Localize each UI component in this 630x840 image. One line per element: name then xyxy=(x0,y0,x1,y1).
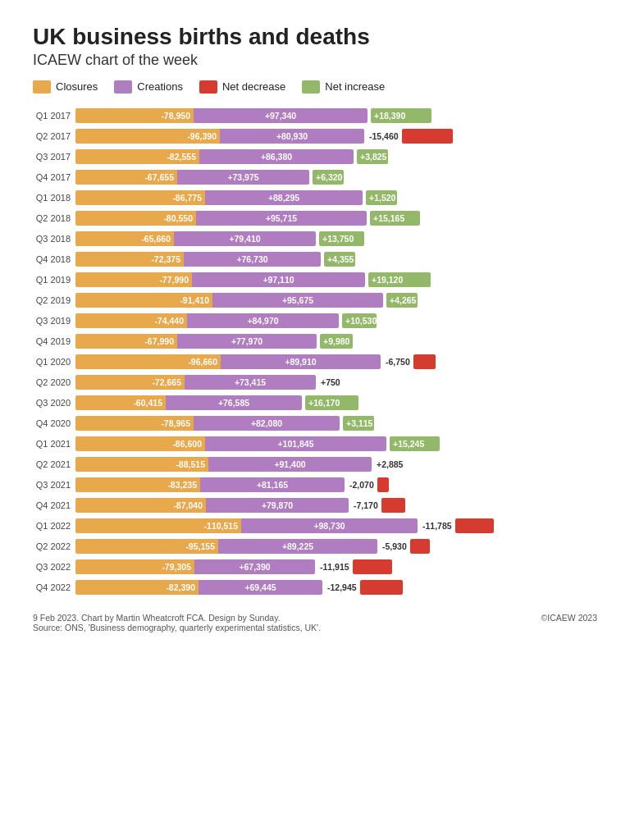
creation-bar: +79,410 xyxy=(174,231,316,246)
closure-bar: -72,665 xyxy=(75,375,185,390)
net-decrease-bar xyxy=(413,354,436,369)
bars-wrapper: -72,665+73,415+750 xyxy=(75,374,597,390)
row-label: Q1 2017 xyxy=(33,111,75,121)
net-decrease-value: -11,785 xyxy=(422,521,452,531)
net-decrease-value: -11,915 xyxy=(320,562,349,572)
closure-bar: -110,515 xyxy=(75,518,241,533)
creation-bar: +89,910 xyxy=(221,354,381,369)
legend-net-decrease: Net decrease xyxy=(199,80,285,94)
net-increase-bar: +15,245 xyxy=(390,436,440,451)
closure-bar: -87,040 xyxy=(75,498,206,513)
legend-net-increase: Net increase xyxy=(302,80,385,94)
net-increase-bar: +1,520 xyxy=(366,190,397,205)
row-label: Q2 2019 xyxy=(33,295,75,305)
table-row: Q1 2022-110,515+98,730-11,785 xyxy=(33,517,597,535)
table-row: Q4 2018-72,375+76,730+4,355 xyxy=(33,250,597,268)
net-decrease-bar xyxy=(402,129,453,144)
creation-bar: +97,340 xyxy=(194,108,368,123)
bars-wrapper: -110,515+98,730-11,785 xyxy=(75,518,597,534)
creation-bar: +76,585 xyxy=(166,395,302,410)
row-label: Q2 2022 xyxy=(33,541,75,551)
bars-wrapper: -79,305+67,390-11,915 xyxy=(75,559,597,575)
row-label: Q1 2022 xyxy=(33,521,75,531)
net-decrease-value: -6,750 xyxy=(386,357,410,367)
net-increase-bar: +10,530 xyxy=(342,313,377,328)
table-row: Q4 2022-82,390+69,445-12,945 xyxy=(33,578,597,596)
closure-bar: -86,600 xyxy=(75,436,205,451)
closure-bar: -82,390 xyxy=(75,580,199,595)
bars-wrapper: -86,600+101,845+15,245 xyxy=(75,436,597,452)
creation-bar: +101,845 xyxy=(205,436,386,451)
bars-wrapper: -80,550+95,715+15,165 xyxy=(75,210,597,226)
bars-wrapper: -87,040+79,870-7,170 xyxy=(75,497,597,514)
creation-bar: +73,415 xyxy=(185,375,316,390)
net-plain-value: +750 xyxy=(321,377,340,387)
closure-bar: -77,990 xyxy=(75,272,192,287)
row-label: Q3 2019 xyxy=(33,316,75,326)
row-label: Q4 2017 xyxy=(33,172,75,182)
row-label: Q4 2022 xyxy=(33,582,75,592)
creation-bar: +81,165 xyxy=(200,477,345,492)
bars-wrapper: -88,515+91,400+2,885 xyxy=(75,456,597,472)
net-decrease-bar xyxy=(410,539,430,554)
bars-wrapper: -95,155+89,225-5,930 xyxy=(75,538,597,555)
net-decrease-bar xyxy=(360,580,403,595)
table-row: Q3 2018-65,660+79,410+13,750 xyxy=(33,230,597,248)
bars-wrapper: -96,390+80,930-15,460 xyxy=(75,128,597,144)
row-label: Q2 2017 xyxy=(33,131,75,141)
bars-wrapper: -77,990+97,110+19,120 xyxy=(75,272,597,288)
table-row: Q2 2022-95,155+89,225-5,930 xyxy=(33,537,597,555)
net-increase-bar: +9,980 xyxy=(320,334,353,349)
closure-bar: -96,390 xyxy=(75,129,220,144)
closure-bar: -78,950 xyxy=(75,108,194,123)
net-decrease-bar xyxy=(381,498,405,513)
bars-wrapper: -83,235+81,165-2,070 xyxy=(75,477,597,493)
bars-wrapper: -78,965+82,080+3,115 xyxy=(75,415,597,431)
table-row: Q4 2020-78,965+82,080+3,115 xyxy=(33,414,597,432)
creation-bar: +82,080 xyxy=(194,416,340,431)
net-decrease-color-box xyxy=(199,80,217,94)
row-label: Q1 2020 xyxy=(33,357,75,367)
table-row: Q1 2018-86,775+88,295+1,520 xyxy=(33,189,597,207)
table-row: Q2 2020-72,665+73,415+750 xyxy=(33,373,597,391)
row-label: Q4 2020 xyxy=(33,418,75,428)
net-decrease-bar xyxy=(455,518,494,533)
creation-bar: +77,970 xyxy=(177,334,317,349)
creation-bar: +86,380 xyxy=(199,149,354,164)
legend-closures: Closures xyxy=(33,80,98,94)
closure-bar: -95,155 xyxy=(75,539,218,554)
table-row: Q3 2022-79,305+67,390-11,915 xyxy=(33,558,597,576)
table-row: Q3 2021-83,235+81,165-2,070 xyxy=(33,476,597,494)
creation-bar: +76,730 xyxy=(184,252,321,267)
closure-bar: -80,550 xyxy=(75,211,196,226)
row-label: Q2 2021 xyxy=(33,459,75,469)
closure-bar: -67,990 xyxy=(75,334,177,349)
row-label: Q3 2022 xyxy=(33,562,75,572)
table-row: Q2 2018-80,550+95,715+15,165 xyxy=(33,209,597,227)
bars-wrapper: -65,660+79,410+13,750 xyxy=(75,231,597,247)
net-increase-bar: +16,170 xyxy=(305,395,358,410)
net-increase-bar: +4,265 xyxy=(386,293,418,308)
table-row: Q3 2017-82,555+86,380+3,825 xyxy=(33,148,597,166)
closure-bar: -78,965 xyxy=(75,416,194,431)
net-decrease-label: Net decrease xyxy=(222,80,285,93)
creation-bar: +95,675 xyxy=(212,293,383,308)
net-increase-bar: +6,320 xyxy=(313,170,344,185)
bars-wrapper: -78,950+97,340+18,390 xyxy=(75,107,597,124)
creation-bar: +73,975 xyxy=(177,170,309,185)
table-row: Q4 2017-67,655+73,975+6,320 xyxy=(33,168,597,186)
row-label: Q4 2019 xyxy=(33,336,75,346)
legend-creations: Creations xyxy=(114,80,183,94)
net-increase-bar: +13,750 xyxy=(319,231,364,246)
net-decrease-value: -7,170 xyxy=(354,500,378,510)
bars-wrapper: -82,555+86,380+3,825 xyxy=(75,148,597,165)
bars-wrapper: -96,660+89,910-6,750 xyxy=(75,354,597,370)
net-decrease-value: -12,945 xyxy=(327,582,357,592)
legend: Closures Creations Net decrease Net incr… xyxy=(33,80,597,94)
row-label: Q2 2018 xyxy=(33,213,75,223)
net-increase-bar: +18,390 xyxy=(371,108,431,123)
footer-line2: Source: ONS, 'Business demography, quart… xyxy=(33,623,321,632)
net-increase-bar: +19,120 xyxy=(368,272,431,287)
table-row: Q3 2020-60,415+76,585+16,170 xyxy=(33,394,597,412)
chart-area: Q1 2017-78,950+97,340+18,390Q2 2017-96,3… xyxy=(33,107,597,596)
